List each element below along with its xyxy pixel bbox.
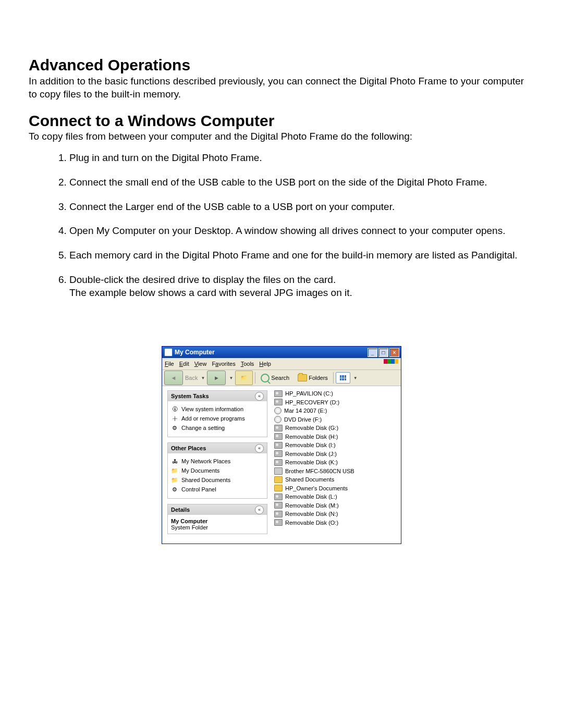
details-title: Details <box>171 507 190 513</box>
drive-item[interactable]: Removable Disk (K:) <box>274 458 399 467</box>
folder-icon: 📁 <box>171 467 178 474</box>
maximize-button[interactable]: □ <box>378 348 388 357</box>
drive-label: Removable Disk (O:) <box>285 520 338 526</box>
disk-icon <box>274 433 283 440</box>
disk-icon <box>274 511 283 517</box>
info-icon: 🛈 <box>171 405 178 413</box>
task-label: View system information <box>181 406 243 412</box>
folders-button[interactable]: Folders <box>295 373 331 383</box>
folder-icon <box>274 476 283 483</box>
drive-label: Shared Documents <box>285 476 334 483</box>
titlebar: My Computer _ □ × <box>162 347 401 358</box>
drive-label: Removable Disk (G:) <box>285 425 338 431</box>
folder-icon <box>298 374 307 381</box>
setting-icon: ⚙ <box>171 424 178 431</box>
system-tasks-title: System Tasks <box>171 393 209 399</box>
drive-label: Brother MFC-5860CN USB <box>285 468 354 474</box>
task-label: Change a setting <box>181 425 225 431</box>
drive-item[interactable]: Removable Disk (O:) <box>274 519 399 527</box>
drive-label: Removable Disk (M:) <box>285 502 339 509</box>
folder-icon <box>274 485 283 491</box>
views-button[interactable] <box>336 372 350 384</box>
drive-label: Removable Disk (K:) <box>285 459 338 465</box>
task-label: Add or remove programs <box>181 415 245 422</box>
drive-item[interactable]: Brother MFC-5860CN USB <box>274 467 399 476</box>
search-icon <box>261 374 270 382</box>
disk-icon <box>274 450 283 457</box>
toolbar-separator <box>255 372 255 384</box>
collapse-icon[interactable]: « <box>255 392 264 401</box>
other-places-panel: Other Places« 🖧My Network Places 📁My Doc… <box>167 442 267 499</box>
place-documents[interactable]: 📁My Documents <box>171 466 265 475</box>
disk-icon <box>274 519 283 526</box>
disk-icon <box>274 493 283 500</box>
menu-edit[interactable]: Edit <box>179 361 189 367</box>
network-icon: 🖧 <box>171 458 178 465</box>
menubar: File Edit View Favorites Tools Help <box>162 358 401 370</box>
toolbar-separator-2 <box>333 372 334 384</box>
close-button[interactable]: × <box>389 348 399 357</box>
back-label: Back <box>185 375 198 381</box>
place-network[interactable]: 🖧My Network Places <box>171 456 265 466</box>
drive-item[interactable]: Removable Disk (I:) <box>274 441 399 450</box>
views-dropdown-icon[interactable]: ▼ <box>353 376 358 380</box>
drive-item[interactable]: HP_Owner's Documents <box>274 484 399 493</box>
drive-label: DVD Drive (F:) <box>284 416 322 423</box>
my-computer-window: My Computer _ □ × File Edit View Favorit… <box>162 346 401 544</box>
cd-icon <box>274 407 282 414</box>
drive-label: Removable Disk (H:) <box>285 434 338 440</box>
control-panel-icon: ⚙ <box>171 486 178 493</box>
disk-icon <box>274 442 283 449</box>
drive-item[interactable]: Removable Disk (J:) <box>274 450 399 459</box>
drive-item[interactable]: Removable Disk (G:) <box>274 424 399 433</box>
toolbar: ◄ Back ▼ ► ▼ 📁 Search Folders ▼ <box>162 370 401 386</box>
forward-button[interactable]: ► <box>207 371 226 385</box>
forward-dropdown-icon[interactable]: ▼ <box>229 376 233 380</box>
search-label: Search <box>271 375 289 381</box>
drive-item[interactable]: Removable Disk (L:) <box>274 492 399 501</box>
menu-tools[interactable]: Tools <box>241 361 254 367</box>
drive-item[interactable]: DVD Drive (F:) <box>274 415 399 424</box>
disk-icon <box>274 425 283 431</box>
menu-help[interactable]: Help <box>259 361 271 367</box>
other-places-title: Other Places <box>171 445 206 451</box>
collapse-icon[interactable]: « <box>255 505 264 514</box>
step-4: Open My Computer on your Desktop. A wind… <box>69 225 534 238</box>
step-2: Connect the small end of the USB cable t… <box>69 176 534 189</box>
drive-item[interactable]: HP_RECOVERY (D:) <box>274 398 399 407</box>
back-button[interactable]: ◄ <box>164 371 183 385</box>
place-label: My Network Places <box>181 458 230 464</box>
intro2: To copy files from between your computer… <box>29 131 534 142</box>
search-button[interactable]: Search <box>258 372 292 384</box>
menu-view[interactable]: View <box>194 361 207 367</box>
collapse-icon[interactable]: « <box>255 444 264 453</box>
drive-label: HP_PAVILION (C:) <box>285 390 333 397</box>
folder-icon: 📁 <box>171 476 178 484</box>
drive-label: Removable Disk (L:) <box>285 493 337 500</box>
back-dropdown-icon[interactable]: ▼ <box>201 376 205 380</box>
task-view-info[interactable]: 🛈View system information <box>171 404 265 414</box>
drive-item[interactable]: Removable Disk (H:) <box>274 433 399 441</box>
drive-label: Removable Disk (N:) <box>285 511 338 517</box>
drive-label: HP_Owner's Documents <box>285 485 348 491</box>
menu-file[interactable]: File <box>165 361 174 367</box>
place-control-panel[interactable]: ⚙Control Panel <box>171 485 265 494</box>
heading-advanced: Advanced Operations <box>29 56 534 74</box>
drive-item[interactable]: HP_PAVILION (C:) <box>274 389 399 398</box>
task-add-remove[interactable]: 🞡Add or remove programs <box>171 414 265 423</box>
drive-item[interactable]: Mar 14 2007 (E:) <box>274 406 399 415</box>
disk-icon <box>274 390 283 397</box>
drive-item[interactable]: Removable Disk (N:) <box>274 510 399 519</box>
folders-label: Folders <box>309 375 328 381</box>
menu-favorites[interactable]: Favorites <box>212 361 235 367</box>
drive-item[interactable]: Removable Disk (M:) <box>274 501 399 510</box>
drive-list: HP_PAVILION (C:)HP_RECOVERY (D:)Mar 14 2… <box>271 386 401 544</box>
cd-icon <box>274 416 282 423</box>
drive-label: Removable Disk (I:) <box>285 442 336 448</box>
place-shared[interactable]: 📁Shared Documents <box>171 475 265 485</box>
up-button[interactable]: 📁 <box>235 371 253 385</box>
drive-item[interactable]: Shared Documents <box>274 475 399 484</box>
minimize-button[interactable]: _ <box>368 348 377 357</box>
step-5: Each memory card in the Digital Photo Fr… <box>69 249 534 262</box>
task-change-setting[interactable]: ⚙Change a setting <box>171 423 265 433</box>
